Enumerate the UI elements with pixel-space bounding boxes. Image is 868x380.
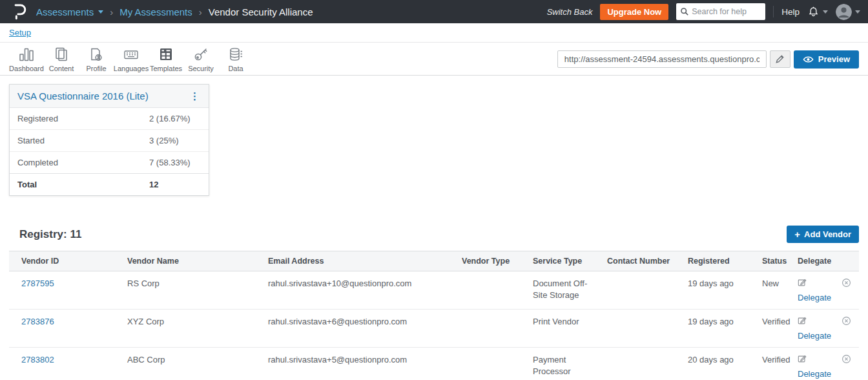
survey-url-zone: Preview xyxy=(557,50,859,69)
service-type-cell: Document Off-Site Storage xyxy=(528,271,602,310)
vendor-registry-table: Vendor ID Vendor Name Email Address Vend… xyxy=(9,251,859,380)
toolbar-item-security[interactable]: Security xyxy=(183,46,218,72)
column-header-vendor-name: Vendor Name xyxy=(122,251,263,271)
vendor-id-link[interactable]: 2787595 xyxy=(21,279,54,288)
stat-row-total: Total 12 xyxy=(10,173,209,195)
eye-icon xyxy=(803,56,814,63)
delegate-cell: Delegate xyxy=(792,310,836,348)
questionnaire-stats-card: VSA Questionnaire 2016 (Lite) ⋮ Register… xyxy=(9,84,209,196)
service-type-cell: Print Vendor xyxy=(528,310,602,348)
toolbar-item-dashboard[interactable]: Dashboard xyxy=(9,46,44,72)
edit-delegate-icon[interactable] xyxy=(798,316,807,328)
questionnaire-title-link[interactable]: VSA Questionnaire 2016 (Lite) xyxy=(17,90,149,101)
column-header-vendor-type: Vendor Type xyxy=(457,251,528,271)
help-link[interactable]: Help xyxy=(781,7,800,17)
vendor-name-cell: ABC Corp xyxy=(122,348,263,380)
pages-icon xyxy=(53,46,70,63)
assessment-toolbar: Dashboard Content Profile xyxy=(0,43,868,76)
edit-url-button[interactable] xyxy=(770,50,790,68)
toolbar-tabs: Dashboard Content Profile xyxy=(9,46,253,72)
toolbar-item-label: Profile xyxy=(86,65,106,72)
key-icon xyxy=(192,46,209,63)
breadcrumb: Assessments › My Assessments › Vendor Se… xyxy=(36,6,313,17)
setup-bar: Setup xyxy=(0,23,868,43)
stat-row-started: Started 3 (25%) xyxy=(10,130,209,152)
help-search-input[interactable] xyxy=(692,7,761,16)
email-cell: rahul.srivastava+10@questionpro.com xyxy=(263,271,457,310)
vendor-name-cell: RS Corp xyxy=(122,271,263,310)
breadcrumb-separator: › xyxy=(199,6,202,17)
toolbar-item-profile[interactable]: Profile xyxy=(79,46,114,72)
setup-link[interactable]: Setup xyxy=(9,28,31,37)
search-icon xyxy=(680,7,689,16)
toolbar-item-label: Languages xyxy=(114,65,149,72)
table-row: 2787595 RS Corp rahul.srivastava+10@ques… xyxy=(9,271,859,310)
stat-label: Started xyxy=(17,136,149,145)
survey-url-input[interactable] xyxy=(557,50,767,68)
stat-row-completed: Completed 7 (58.33%) xyxy=(10,152,209,174)
chevron-down-icon xyxy=(823,10,828,14)
toolbar-item-languages[interactable]: Languages xyxy=(114,46,149,72)
remove-vendor-icon[interactable] xyxy=(842,278,851,291)
stat-value: 2 (16.67%) xyxy=(149,114,201,123)
edit-delegate-icon[interactable] xyxy=(798,354,807,366)
remove-vendor-icon[interactable] xyxy=(842,316,851,329)
questionpro-logo-icon[interactable] xyxy=(12,3,28,21)
help-search-box xyxy=(676,3,765,20)
bar-chart-icon xyxy=(18,46,35,63)
upgrade-now-button[interactable]: Upgrade Now xyxy=(600,4,668,20)
delegate-link[interactable]: Delegate xyxy=(798,330,831,342)
registered-cell: 20 days ago xyxy=(683,348,757,380)
service-type-cell: Payment Processor xyxy=(528,348,602,380)
toolbar-item-data[interactable]: Data xyxy=(218,46,253,72)
stat-value: 3 (25%) xyxy=(149,136,201,145)
remove-vendor-icon[interactable] xyxy=(842,354,851,367)
toolbar-item-label: Dashboard xyxy=(9,65,44,72)
column-header-status: Status xyxy=(757,251,792,271)
toolbar-item-content[interactable]: Content xyxy=(44,46,79,72)
top-navigation-bar: Assessments › My Assessments › Vendor Se… xyxy=(0,0,868,23)
delegate-link[interactable]: Delegate xyxy=(798,292,831,304)
notifications-menu[interactable] xyxy=(807,5,828,18)
avatar xyxy=(836,4,852,20)
column-header-contact-number: Contact Number xyxy=(602,251,683,271)
vendor-id-link[interactable]: 2783876 xyxy=(21,317,54,326)
account-menu[interactable] xyxy=(836,4,860,20)
toolbar-item-label: Security xyxy=(188,65,214,72)
pencil-icon xyxy=(775,54,785,64)
vendor-name-cell: XYZ Corp xyxy=(122,310,263,348)
table-row: 2783876 XYZ Corp rahul.srivastava+6@ques… xyxy=(9,310,859,348)
email-cell: rahul.srivastava+6@questionpro.com xyxy=(263,310,457,348)
breadcrumb-my-assessments[interactable]: My Assessments xyxy=(119,6,192,17)
add-vendor-button[interactable]: + Add Vendor xyxy=(787,226,859,243)
contact-number-cell xyxy=(602,271,683,310)
topbar-actions: Switch Back Upgrade Now Help xyxy=(547,3,860,20)
kebab-menu-icon[interactable]: ⋮ xyxy=(189,91,201,101)
stat-label: Total xyxy=(17,180,149,189)
status-cell: Verified xyxy=(757,310,792,348)
switch-back-link[interactable]: Switch Back xyxy=(547,7,593,17)
vendor-type-cell xyxy=(457,271,528,310)
table-row: 2783802 ABC Corp rahul.srivastava+5@ques… xyxy=(9,348,859,380)
toolbar-item-label: Templates xyxy=(150,65,182,72)
column-header-registered: Registered xyxy=(683,251,757,271)
toolbar-item-label: Data xyxy=(228,65,243,72)
preview-button[interactable]: Preview xyxy=(794,50,859,69)
vendor-id-link[interactable]: 2783802 xyxy=(21,355,54,364)
delegate-cell: Delegate xyxy=(792,271,836,310)
keyboard-icon xyxy=(123,46,140,63)
stat-label: Registered xyxy=(17,114,149,123)
chevron-down-icon xyxy=(98,10,103,14)
registered-cell: 19 days ago xyxy=(683,310,757,348)
toolbar-item-templates[interactable]: Templates xyxy=(149,46,183,72)
stat-value: 12 xyxy=(149,180,201,189)
contact-number-cell xyxy=(602,310,683,348)
column-header-actions xyxy=(836,251,859,271)
assessments-menu-label: Assessments xyxy=(36,6,94,17)
notification-bell-icon xyxy=(807,5,820,18)
assessments-product-menu[interactable]: Assessments xyxy=(36,6,103,17)
edit-delegate-icon[interactable] xyxy=(798,278,807,290)
column-header-service-type: Service Type xyxy=(528,251,602,271)
column-header-email: Email Address xyxy=(263,251,457,271)
delegate-link[interactable]: Delegate xyxy=(798,368,831,380)
